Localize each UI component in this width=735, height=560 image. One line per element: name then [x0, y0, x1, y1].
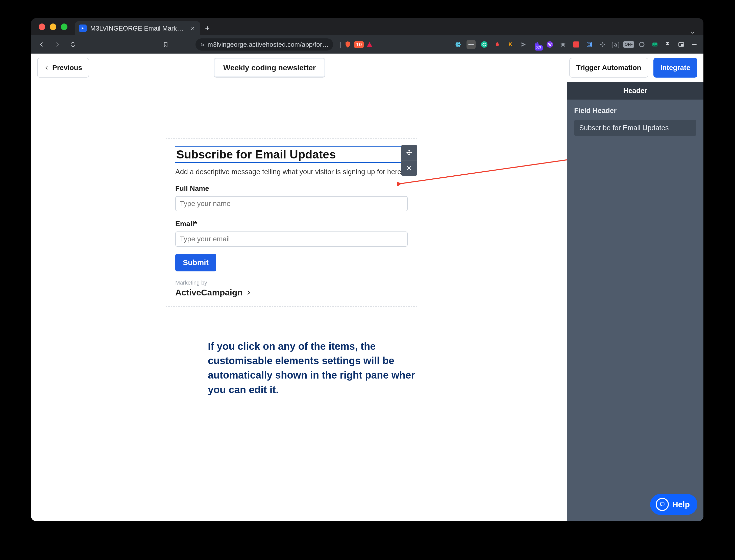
- help-bubble-icon: [656, 498, 669, 511]
- move-handle-icon[interactable]: [401, 145, 417, 160]
- ext-k-icon[interactable]: K: [506, 40, 515, 49]
- svg-rect-10: [587, 42, 591, 47]
- ext-bag-badge: 33: [535, 45, 543, 51]
- app-topbar: Previous Weekly coding newsletter Trigge…: [31, 54, 703, 82]
- ext-dots-icon[interactable]: •••: [466, 40, 475, 49]
- previous-button-label: Previous: [52, 64, 82, 72]
- warning-icon: [366, 41, 373, 48]
- form-preview[interactable]: Subscribe for Email Updates Add a descri…: [166, 138, 417, 307]
- form-title-text: Weekly coding newsletter: [223, 63, 316, 72]
- ext-image-icon[interactable]: [650, 40, 659, 49]
- browser-tab-title: M3LVINGEORGE Email Marketin…: [90, 25, 187, 32]
- traffic-max-icon[interactable]: [61, 24, 67, 30]
- email-input[interactable]: [175, 231, 408, 247]
- ext-grammarly-icon[interactable]: [480, 40, 489, 49]
- ext-puzzle-icon[interactable]: [663, 40, 673, 49]
- chevron-left-icon: [44, 65, 49, 70]
- svg-point-15: [654, 43, 655, 44]
- nav-forward-icon[interactable]: [51, 38, 63, 51]
- field-header-value: Subscribe for Email Updates: [579, 124, 669, 132]
- form-description[interactable]: Add a descriptive message telling what y…: [175, 168, 408, 176]
- tabstrip-overflow-icon[interactable]: [685, 30, 700, 35]
- settings-panel: Header Field Header Subscribe for Email …: [567, 82, 703, 521]
- ext-gear-icon[interactable]: [598, 40, 607, 49]
- annotation-arrow: [397, 156, 579, 186]
- tab-close-icon[interactable]: [190, 26, 195, 31]
- trigger-automation-label: Trigger Automation: [576, 64, 641, 72]
- browser-tab[interactable]: M3LVINGEORGE Email Marketin…: [75, 21, 200, 35]
- chevron-right-icon: [246, 290, 252, 295]
- traffic-min-icon[interactable]: [50, 24, 56, 30]
- svg-text:W: W: [548, 42, 552, 46]
- marketing-by-label: Marketing by: [175, 279, 408, 286]
- integrate-label: Integrate: [660, 64, 690, 72]
- element-handles: [401, 145, 417, 176]
- svg-rect-17: [681, 44, 683, 46]
- browser-tabstrip: M3LVINGEORGE Email Marketin…: [31, 18, 703, 35]
- previous-button[interactable]: Previous: [37, 58, 89, 78]
- shield-count: 10: [354, 41, 364, 48]
- extensions-row: ••• K 33 W {a} OFF: [453, 40, 699, 49]
- ext-braces-icon[interactable]: {a}: [611, 40, 620, 49]
- activecampaign-logo[interactable]: ActiveCampaign: [175, 288, 408, 297]
- form-title-field[interactable]: Weekly coding newsletter: [214, 58, 325, 78]
- fullname-label: Full Name: [175, 184, 408, 193]
- field-header-input[interactable]: Subscribe for Email Updates: [574, 120, 696, 136]
- form-canvas: Subscribe for Email Updates Add a descri…: [31, 54, 567, 521]
- svg-point-12: [602, 44, 603, 45]
- app-page: Previous Weekly coding newsletter Trigge…: [31, 54, 703, 521]
- submit-button[interactable]: Submit: [175, 254, 216, 271]
- panel-title: Header: [567, 82, 703, 100]
- delete-handle-icon[interactable]: [401, 160, 417, 176]
- help-label: Help: [672, 500, 690, 509]
- new-tab-button[interactable]: [200, 21, 215, 35]
- omnibox[interactable]: m3lvingeorge.activehosted.com/app/for…: [196, 38, 334, 51]
- email-label: Email*: [175, 220, 408, 228]
- form-heading[interactable]: Subscribe for Email Updates: [175, 147, 408, 162]
- ext-frame-icon[interactable]: [585, 40, 594, 49]
- lock-icon: [200, 42, 205, 47]
- favicon-icon: [79, 25, 87, 32]
- svg-line-18: [400, 158, 577, 184]
- svg-point-9: [561, 43, 564, 46]
- ext-off-icon[interactable]: OFF: [624, 40, 633, 49]
- ext-w-icon[interactable]: W: [545, 40, 554, 49]
- browser-window: M3LVINGEORGE Email Marketin…: [31, 18, 703, 521]
- shield-separator: |: [340, 41, 342, 49]
- help-button[interactable]: Help: [650, 494, 697, 515]
- trigger-automation-button[interactable]: Trigger Automation: [569, 58, 648, 78]
- ext-circle-icon[interactable]: [637, 40, 646, 49]
- macos-traffic-lights: [35, 18, 75, 35]
- ext-red-square-icon[interactable]: [572, 40, 581, 49]
- activecampaign-text: ActiveCampaign: [175, 288, 243, 297]
- nav-back-icon[interactable]: [36, 38, 48, 51]
- ext-pip-icon[interactable]: [677, 40, 686, 49]
- ext-flame-icon[interactable]: [493, 40, 502, 49]
- brave-shield-icon: [344, 41, 352, 48]
- omnibox-url: m3lvingeorge.activehosted.com/app/for…: [208, 41, 329, 49]
- reload-icon[interactable]: [67, 38, 79, 51]
- browser-menu-icon[interactable]: [690, 40, 699, 49]
- bookmark-icon[interactable]: [160, 38, 172, 51]
- browser-toolbar: m3lvingeorge.activehosted.com/app/for… |…: [31, 35, 703, 54]
- integrate-button[interactable]: Integrate: [653, 58, 697, 78]
- svg-point-1: [457, 44, 458, 45]
- annotation-text: If you click on any of the items, the cu…: [208, 339, 430, 397]
- brave-shield[interactable]: | 10: [340, 41, 373, 49]
- svg-rect-0: [201, 44, 203, 46]
- svg-point-5: [481, 41, 487, 48]
- svg-point-13: [639, 42, 644, 47]
- ext-paper-icon[interactable]: [519, 40, 528, 49]
- panel-subheading: Field Header: [567, 100, 703, 120]
- app-actions: Trigger Automation Integrate: [569, 58, 697, 78]
- svg-rect-11: [588, 43, 590, 46]
- traffic-close-icon[interactable]: [39, 24, 45, 30]
- ext-react-icon[interactable]: [453, 40, 462, 49]
- ext-bug-icon[interactable]: [558, 40, 567, 49]
- fullname-input[interactable]: [175, 196, 408, 211]
- ext-bag-icon[interactable]: 33: [532, 40, 541, 49]
